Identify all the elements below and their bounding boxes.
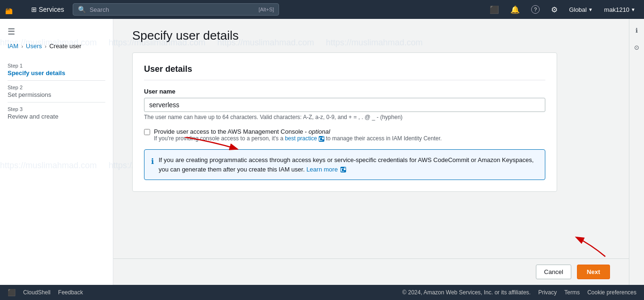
search-icon: 🔍 <box>78 6 86 13</box>
gear-icon: ⚙ <box>551 5 558 14</box>
sidebar-toggle-button[interactable]: ☰ <box>0 26 113 43</box>
external-link-icon <box>319 136 324 142</box>
search-input[interactable] <box>90 6 255 13</box>
username-label: User name <box>144 88 545 95</box>
global-label: Global <box>569 6 587 13</box>
aws-logo[interactable]: aws <box>6 5 21 14</box>
right-panel-circle-icon: ⊙ <box>634 44 639 51</box>
help-icon: ? <box>531 5 540 14</box>
footer-actions: Cancel Next <box>113 258 629 285</box>
help-icon-button[interactable]: ? <box>528 3 542 16</box>
breadcrumb: IAM › Users › Create user <box>0 43 113 55</box>
step-1-item: Step 1 Specify user details <box>8 59 105 81</box>
page-title: Specify user details <box>132 28 610 43</box>
step-1-label: Step 1 <box>8 63 105 69</box>
form-card-title: User details <box>144 64 545 80</box>
step-2-label: Step 2 <box>8 85 105 90</box>
breadcrumb-sep-2: › <box>45 43 47 49</box>
terminal-icon-button[interactable]: ⬛ <box>487 3 502 16</box>
content-wrapper: Specify user details User details User n… <box>113 19 629 285</box>
user-label: mak1210 <box>604 6 629 13</box>
right-panel: ℹ ⊙ <box>629 19 644 285</box>
step-1-name: Specify user details <box>8 69 105 77</box>
bell-icon-button[interactable]: 🔔 <box>508 3 523 16</box>
main-layout: https://muslimahmad.com https://muslimah… <box>0 19 644 285</box>
right-panel-info-button[interactable]: ℹ <box>631 25 643 36</box>
breadcrumb-iam-link[interactable]: IAM <box>8 43 18 50</box>
step-2-item: Step 2 Set permissions <box>8 81 105 103</box>
username-hint: The user name can have up to 64 characte… <box>144 114 545 120</box>
console-sub-label: If you're providing console access to a … <box>154 135 442 142</box>
user-account-button[interactable]: mak1210 ▼ <box>602 4 638 15</box>
steps-sidebar: Step 1 Specify user details Step 2 Set p… <box>0 55 113 128</box>
step-3-label: Step 3 <box>8 106 105 112</box>
global-region-button[interactable]: Global ▼ <box>566 4 595 15</box>
console-access-label-group: Provide user access to the AWS Managemen… <box>154 128 442 142</box>
username-input[interactable] <box>144 98 545 112</box>
form-card: User details User name The user name can… <box>132 52 557 192</box>
services-menu-button[interactable]: ⊞ Services <box>28 4 67 15</box>
learn-more-external-icon <box>340 167 346 172</box>
console-access-row: Provide user access to the AWS Managemen… <box>144 128 545 142</box>
step-3-name: Review and create <box>8 113 105 120</box>
info-box-text: If you are creating programmatic access … <box>159 156 534 173</box>
chevron-down-icon-user: ▼ <box>631 7 636 12</box>
console-label-text: Provide user access to the AWS Managemen… <box>154 128 309 135</box>
console-sub-end-text: to manage their access in IAM Identity C… <box>326 135 441 142</box>
info-box: ℹ If you are creating programmatic acces… <box>144 149 545 180</box>
step-3-item: Step 3 Review and create <box>8 103 105 124</box>
breadcrumb-current: Create user <box>49 43 81 50</box>
next-button[interactable]: Next <box>577 265 610 279</box>
username-group: User name The user name can have up to 6… <box>144 88 545 120</box>
best-practice-link[interactable]: best practice <box>285 135 317 142</box>
search-shortcut: [Alt+S] <box>259 7 274 12</box>
console-sub-text: If you're providing console access to a … <box>154 135 285 142</box>
console-access-main-label[interactable]: Provide user access to the AWS Managemen… <box>154 128 442 135</box>
info-box-content: If you are creating programmatic access … <box>159 155 538 174</box>
search-bar: 🔍 [Alt+S] <box>73 3 280 16</box>
top-navigation: aws ⊞ Services 🔍 [Alt+S] ⬛ 🔔 ? ⚙ Global … <box>0 0 644 19</box>
terminal-icon: ⬛ <box>490 5 499 14</box>
cancel-button[interactable]: Cancel <box>536 265 571 279</box>
breadcrumb-sep-1: › <box>21 43 23 49</box>
step-2-name: Set permissions <box>8 91 105 98</box>
bell-icon: 🔔 <box>510 5 520 14</box>
console-access-checkbox[interactable] <box>144 129 150 135</box>
breadcrumb-users-link[interactable]: Users <box>26 43 42 50</box>
right-panel-info-icon: ℹ <box>636 27 638 34</box>
apps-icon: ⊞ <box>31 6 37 13</box>
info-icon: ℹ <box>151 156 154 167</box>
right-panel-circle-button[interactable]: ⊙ <box>631 42 643 53</box>
services-label: Services <box>39 6 64 13</box>
chevron-down-icon: ▼ <box>588 7 593 12</box>
sidebar: ☰ IAM › Users › Create user Step 1 Speci… <box>0 19 113 285</box>
svg-text:aws: aws <box>6 8 12 12</box>
learn-more-link[interactable]: Learn more <box>306 166 338 173</box>
gear-icon-button[interactable]: ⚙ <box>548 3 560 16</box>
content-area: Specify user details User details User n… <box>113 19 629 258</box>
console-optional-text: optional <box>309 128 330 135</box>
